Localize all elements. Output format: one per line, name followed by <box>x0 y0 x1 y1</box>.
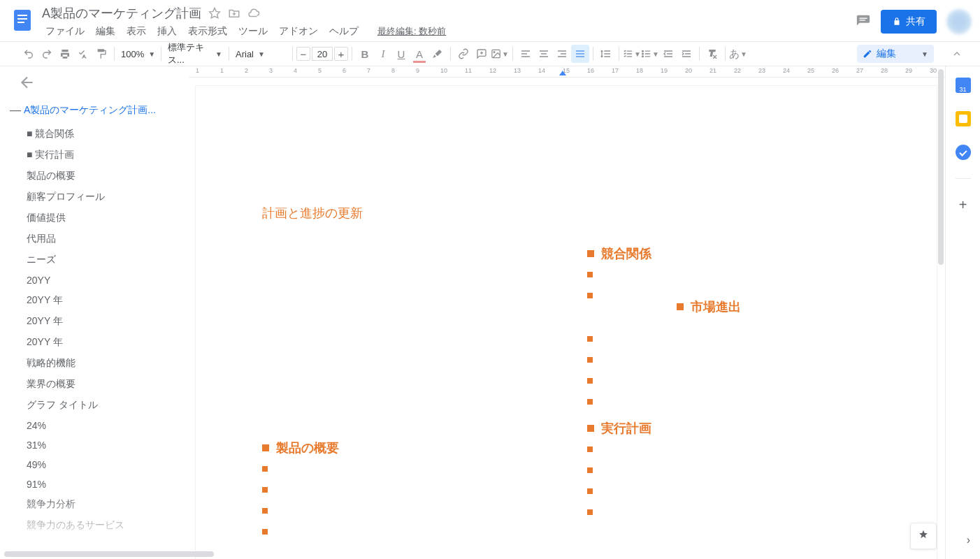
outline-item[interactable]: 91% <box>10 474 183 494</box>
line-spacing-icon[interactable] <box>597 45 615 63</box>
highlight-icon[interactable] <box>428 45 447 63</box>
svg-point-10 <box>642 53 644 55</box>
menu-help[interactable]: ヘルプ <box>324 24 363 39</box>
image-insert-icon[interactable]: ▼ <box>491 45 509 63</box>
font-size-increase[interactable]: + <box>334 47 348 61</box>
outline-item[interactable]: 代用品 <box>10 228 183 249</box>
square-bullet-icon <box>587 425 594 432</box>
menu-view[interactable]: 表示 <box>122 24 151 39</box>
ruler-tick: 14 <box>538 67 545 74</box>
ruler[interactable]: 1123456789101112131415161718192021222324… <box>189 66 945 78</box>
explore-button[interactable] <box>910 523 937 549</box>
star-icon[interactable] <box>208 7 221 20</box>
align-center-icon[interactable] <box>535 45 553 63</box>
outline-item[interactable]: 20YY 年 <box>10 311 183 332</box>
user-avatar[interactable] <box>946 9 972 34</box>
ruler-tick: 3 <box>269 67 273 74</box>
link-icon[interactable] <box>454 45 473 63</box>
rail-expand-icon[interactable]: › <box>967 534 970 546</box>
outline-item[interactable]: 競争力のあるサービス <box>10 515 183 536</box>
undo-icon[interactable] <box>20 45 38 63</box>
font-size-decrease[interactable]: − <box>296 47 310 61</box>
square-bullet-icon <box>587 250 594 257</box>
spellcheck-icon[interactable] <box>74 45 92 63</box>
outline-item[interactable]: 製品の概要 <box>10 166 183 187</box>
underline-icon[interactable]: U <box>392 45 410 63</box>
outline-collapse-icon[interactable]: — <box>10 104 18 117</box>
docs-app-icon[interactable] <box>8 6 36 34</box>
outline-title[interactable]: A製品のマーケティング計画... <box>24 104 156 117</box>
vertical-scrollbar[interactable] <box>936 66 945 559</box>
align-justify-icon[interactable] <box>571 45 589 63</box>
cloud-status-icon[interactable] <box>247 7 260 20</box>
outdent-icon[interactable] <box>659 45 677 63</box>
menu-file[interactable]: ファイル <box>41 24 89 39</box>
page-heading: 計画と進捗の更新 <box>262 205 870 222</box>
bullet-list-icon[interactable]: ▼ <box>641 45 659 63</box>
last-edit-link[interactable]: 最終編集: 数秒前 <box>377 25 446 38</box>
align-left-icon[interactable] <box>517 45 535 63</box>
font-select[interactable]: Arial▼ <box>233 49 289 59</box>
square-bullet-icon <box>262 444 269 451</box>
indent-icon[interactable] <box>677 45 696 63</box>
style-select[interactable]: 標準テキス...▼ <box>165 41 225 66</box>
svg-rect-5 <box>860 18 867 19</box>
menu-tools[interactable]: ツール <box>233 24 273 39</box>
outline-item[interactable]: 49% <box>10 455 183 474</box>
outline-item[interactable]: ■ 競合関係 <box>10 124 183 145</box>
move-folder-icon[interactable] <box>228 7 240 20</box>
outline-item[interactable]: 戦略的機能 <box>10 353 183 374</box>
keep-app-icon[interactable] <box>956 111 971 126</box>
outline-close-icon[interactable] <box>18 73 36 92</box>
outline-item[interactable]: グラフ タイトル <box>10 395 183 416</box>
menu-addons[interactable]: アドオン <box>274 24 323 39</box>
outline-item[interactable]: 顧客プロフィール <box>10 187 183 208</box>
document-title[interactable]: A製品のマーケティング計画 <box>42 5 201 22</box>
ruler-tick: 6 <box>343 67 346 74</box>
paint-format-icon[interactable] <box>92 45 110 63</box>
outline-item[interactable]: 価値提供 <box>10 208 183 228</box>
outline-item[interactable]: 20YY <box>10 270 183 290</box>
checklist-icon[interactable]: ▼ <box>623 45 641 63</box>
document-page[interactable]: 計画と進捗の更新 製品の概要 競合関係 市場進出 <box>196 86 937 559</box>
outline-panel: — A製品のマーケティング計画... ■ 競合関係■ 実行計画製品の概要顧客プロ… <box>0 66 189 559</box>
italic-icon[interactable]: I <box>374 45 392 63</box>
outline-item[interactable]: 31% <box>10 435 183 455</box>
outline-item[interactable]: 24% <box>10 416 183 435</box>
menu-format[interactable]: 表示形式 <box>183 24 232 39</box>
outline-item[interactable]: 20YY 年 <box>10 332 183 353</box>
header-right: 共有 <box>856 9 972 34</box>
comment-add-icon[interactable] <box>473 45 491 63</box>
outline-item[interactable]: 20YY 年 <box>10 290 183 311</box>
share-button[interactable]: 共有 <box>881 10 937 34</box>
svg-rect-0 <box>14 10 31 31</box>
square-bullet-icon <box>587 378 593 384</box>
bold-icon[interactable]: B <box>356 45 374 63</box>
outline-item[interactable]: 業界の概要 <box>10 374 183 395</box>
zoom-select[interactable]: 100%▼ <box>118 49 157 59</box>
horizontal-scrollbar[interactable] <box>4 551 214 557</box>
outline-item[interactable]: ■ 実行計画 <box>10 145 183 166</box>
clear-format-icon[interactable] <box>703 45 721 63</box>
align-right-icon[interactable] <box>553 45 571 63</box>
calendar-app-icon[interactable] <box>956 78 971 93</box>
tasks-app-icon[interactable] <box>956 145 971 160</box>
square-bullet-icon <box>587 293 593 298</box>
text-color-icon[interactable]: A <box>410 45 428 63</box>
font-size-value[interactable]: 20 <box>312 47 333 61</box>
outline-item[interactable]: ニーズ <box>10 249 183 270</box>
menu-edit[interactable]: 編集 <box>91 24 120 39</box>
menu-insert[interactable]: 挿入 <box>152 24 182 39</box>
redo-icon[interactable] <box>38 45 56 63</box>
mode-select[interactable]: 編集 ▼ <box>857 45 934 63</box>
square-bullet-icon <box>677 303 684 310</box>
add-addon-icon[interactable]: + <box>956 197 971 212</box>
ruler-tick: 22 <box>734 67 741 74</box>
comments-icon[interactable] <box>856 14 871 29</box>
ruler-tick: 24 <box>783 67 790 74</box>
section-head-right2: 実行計画 <box>587 420 870 437</box>
print-icon[interactable] <box>56 45 74 63</box>
outline-item[interactable]: 競争力分析 <box>10 494 183 515</box>
input-method-icon[interactable]: あ▼ <box>729 45 747 63</box>
collapse-toolbar-icon[interactable] <box>948 45 966 63</box>
